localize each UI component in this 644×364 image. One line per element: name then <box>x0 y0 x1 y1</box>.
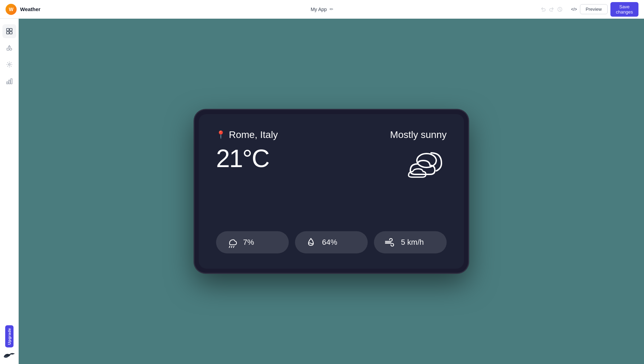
wind-stat: 5 km/h <box>374 231 447 253</box>
svg-rect-10 <box>11 79 12 84</box>
save-changes-button[interactable]: Save changes <box>610 2 638 17</box>
rain-icon <box>226 236 238 249</box>
condition-area: Mostly sunny <box>390 129 447 181</box>
device-frame: 📍 Rome, Italy 21°C Mostly sunny <box>195 110 468 273</box>
location-area: 📍 Rome, Italy 21°C <box>216 129 278 171</box>
history-button[interactable] <box>557 4 563 15</box>
svg-point-11 <box>4 356 8 358</box>
location-pin-icon: 📍 <box>216 130 225 139</box>
humidity-value: 64% <box>322 238 337 247</box>
topbar-center: My App ✏ <box>75 7 569 12</box>
app-section-label: Weather <box>20 6 41 12</box>
bottom-logo <box>3 352 16 358</box>
sidebar-item-grid[interactable] <box>2 24 16 38</box>
weather-stats: 7% 64% <box>216 231 447 253</box>
logo-area: W Weather <box>6 4 75 15</box>
weather-card: 📍 Rome, Italy 21°C Mostly sunny <box>199 114 464 269</box>
wind-icon <box>384 236 396 249</box>
svg-point-7 <box>8 64 10 66</box>
sidebar-item-components[interactable] <box>2 41 16 55</box>
svg-line-14 <box>231 246 232 248</box>
svg-rect-6 <box>7 48 9 50</box>
rain-value: 7% <box>243 238 254 247</box>
svg-point-5 <box>10 48 12 50</box>
svg-rect-3 <box>7 32 9 34</box>
sidebar: Upgrade <box>0 19 19 364</box>
app-logo: W <box>6 4 17 15</box>
edit-project-name-icon[interactable]: ✏ <box>330 7 333 12</box>
sidebar-item-analytics[interactable] <box>2 74 16 88</box>
canvas-area[interactable]: 📍 Rome, Italy 21°C Mostly sunny <box>19 19 644 364</box>
svg-rect-8 <box>7 82 8 84</box>
weather-condition-icon <box>402 146 447 181</box>
preview-button[interactable]: Preview <box>580 4 608 14</box>
upgrade-badge[interactable]: Upgrade <box>5 325 14 347</box>
sidebar-bottom: Upgrade <box>3 325 16 358</box>
rain-stat: 7% <box>216 231 289 253</box>
project-name-label: My App <box>311 7 327 12</box>
svg-rect-9 <box>9 80 10 84</box>
location-name: 📍 Rome, Italy <box>216 129 278 140</box>
undo-button[interactable] <box>540 4 546 15</box>
wind-value: 5 km/h <box>401 238 424 247</box>
humidity-stat: 64% <box>295 231 368 253</box>
topbar: W Weather My App ✏ </> <box>0 0 644 19</box>
svg-line-13 <box>229 246 230 248</box>
svg-rect-2 <box>10 28 12 31</box>
temperature-display: 21°C <box>216 146 278 171</box>
code-view-button[interactable]: </> <box>571 4 577 15</box>
svg-line-15 <box>233 246 234 248</box>
main-layout: Upgrade 📍 Rome, Italy <box>0 19 644 364</box>
svg-rect-4 <box>10 32 12 34</box>
redo-button[interactable] <box>549 4 554 15</box>
humidity-icon <box>305 236 317 249</box>
weather-top: 📍 Rome, Italy 21°C Mostly sunny <box>216 129 447 181</box>
svg-rect-1 <box>7 28 9 31</box>
sidebar-item-settings[interactable] <box>2 58 16 71</box>
topbar-actions: </> Preview Save changes <box>569 2 638 17</box>
condition-label: Mostly sunny <box>390 129 447 140</box>
